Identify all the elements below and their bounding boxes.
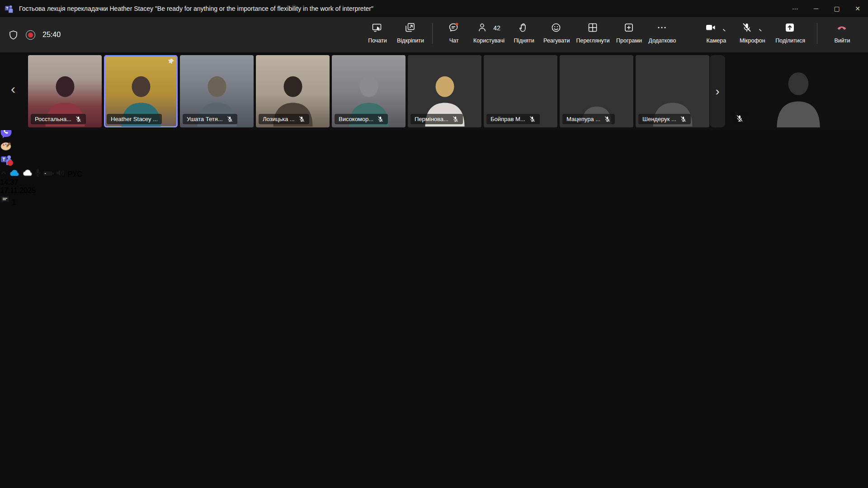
plus-square-icon [623, 22, 635, 34]
participant-name: Високомор... [339, 116, 373, 122]
participant-name: Лозицька ... [263, 116, 295, 122]
participant-tile[interactable]: Лозицька ... [256, 55, 330, 127]
window-more-button[interactable]: ⋯ [785, 0, 806, 17]
participant-name: Пермінова... [415, 116, 448, 122]
participant-tile[interactable]: Шендерук ... [636, 55, 709, 127]
window-minimize-button[interactable]: ─ [806, 0, 826, 17]
teams-meeting-window: Гостьова лекція перекладачки Heather Sta… [0, 0, 868, 488]
paint-icon [0, 140, 12, 152]
participant-tile[interactable]: Пермінова... [408, 55, 481, 127]
teams-taskbar-icon [0, 154, 14, 166]
recording-indicator-icon [26, 30, 35, 40]
meeting-timer: 25:40 [42, 31, 61, 39]
shield-icon [8, 30, 19, 40]
people-icon [477, 22, 489, 34]
meeting-toolbar: 25:40 Почати Відкріпити Чат 42 Користува… [0, 17, 868, 52]
participant-tile[interactable]: Бойправ М... [484, 55, 557, 127]
taskbar-clock[interactable]: 14:37 17.11.2025 [0, 178, 868, 195]
battery-icon[interactable] [43, 170, 54, 177]
more-options-button[interactable]: Додатково [646, 22, 679, 44]
react-button[interactable]: Реагувати [541, 22, 572, 44]
paint-button[interactable] [0, 140, 868, 154]
filmstrip-next-button[interactable]: › [710, 55, 725, 127]
title-bar: Гостьова лекція перекладачки Heather Sta… [0, 0, 868, 17]
mic-off-icon [226, 116, 233, 122]
participants-filmstrip: ‹ Росстальна... Heather Stacey ... Ушата… [0, 52, 868, 130]
participant-tile[interactable]: Ушата Тетя... [180, 55, 254, 127]
pin-icon [168, 58, 175, 65]
mic-off-icon [75, 116, 82, 122]
participant-name: Мацепура ... [566, 116, 600, 122]
ellipsis-icon [656, 22, 668, 34]
mic-off-icon [298, 116, 305, 122]
hand-icon [518, 22, 530, 34]
notifications-button[interactable]: 1 [0, 195, 868, 206]
participants-count: 42 [493, 24, 500, 32]
mic-off-icon [604, 116, 611, 122]
volume-icon[interactable] [56, 169, 66, 177]
tray-expand-chevron-icon[interactable] [0, 169, 7, 177]
chat-icon [448, 22, 460, 34]
grid-icon [587, 22, 599, 34]
camera-icon [705, 22, 717, 34]
raise-hand-button[interactable]: Підняти [508, 22, 540, 44]
participant-tile[interactable]: Мацепура ... [560, 55, 633, 127]
window-controls: ⋯ ─ ▢ ✕ [785, 0, 868, 17]
popout-icon [405, 22, 416, 34]
share-arrow-icon [784, 22, 796, 34]
participant-tile[interactable]: Росстальна... [28, 55, 102, 127]
microphone-button[interactable]: Мікрофон [736, 22, 768, 44]
mic-off-icon [452, 116, 459, 122]
onedrive-cloud-icon[interactable] [9, 169, 20, 177]
participants-button[interactable]: 42 Користувачі [471, 22, 507, 44]
clock-date: 17.11.2025 [0, 187, 868, 195]
microphone-muted-icon [741, 22, 753, 34]
share-screen-start-button[interactable]: Почати [362, 22, 393, 44]
share-content-button[interactable]: Поділитися [773, 22, 808, 44]
mic-off-icon [736, 114, 744, 122]
participant-name: Бойправ М... [491, 116, 525, 122]
participant-name: Росстальна... [35, 116, 71, 122]
participant-tile-large[interactable] [729, 55, 868, 127]
hang-up-icon [836, 22, 848, 34]
window-maximize-button[interactable]: ▢ [826, 0, 847, 17]
notification-count-badge: 1 [12, 198, 16, 206]
mic-off-icon [529, 116, 536, 122]
cloud-sync-icon[interactable] [22, 169, 33, 177]
mic-off-icon [377, 116, 384, 122]
teams-taskbar-button[interactable] [0, 154, 868, 168]
screen-share-icon [372, 22, 383, 34]
action-center-icon [0, 195, 10, 205]
clock-time: 14:37 [0, 178, 868, 187]
participant-name: Шендерук ... [642, 116, 676, 122]
participant-name: Heather Stacey ... [111, 116, 158, 122]
camera-options-chevron-icon[interactable] [721, 25, 727, 31]
participant-silhouette [767, 64, 830, 127]
participant-name: Ушата Тетя... [187, 116, 223, 122]
participant-tile[interactable]: Високомор... [332, 55, 406, 127]
teams-logo-icon [5, 4, 14, 13]
tray-microphone-icon[interactable] [35, 168, 41, 177]
meeting-title: Гостьова лекція перекладачки Heather Sta… [19, 5, 373, 12]
smiley-icon [551, 22, 562, 34]
popout-button[interactable]: Відкріпити [394, 22, 427, 44]
leave-button[interactable]: Вийти [826, 22, 858, 44]
window-close-button[interactable]: ✕ [847, 0, 868, 17]
apps-button[interactable]: Програми [613, 22, 645, 44]
system-tray: РУС 14:37 17.11.2025 1 [0, 168, 868, 206]
mic-off-icon [680, 116, 687, 122]
filmstrip-prev-button[interactable]: ‹ [11, 82, 15, 96]
participant-tile-active-speaker[interactable]: Heather Stacey ... [104, 55, 178, 127]
microphone-options-chevron-icon[interactable] [757, 25, 763, 31]
chat-button[interactable]: Чат [438, 22, 470, 44]
view-button[interactable]: Переглянути [573, 22, 612, 44]
language-indicator[interactable]: РУС [68, 170, 82, 178]
camera-button[interactable]: Камера [700, 22, 732, 44]
